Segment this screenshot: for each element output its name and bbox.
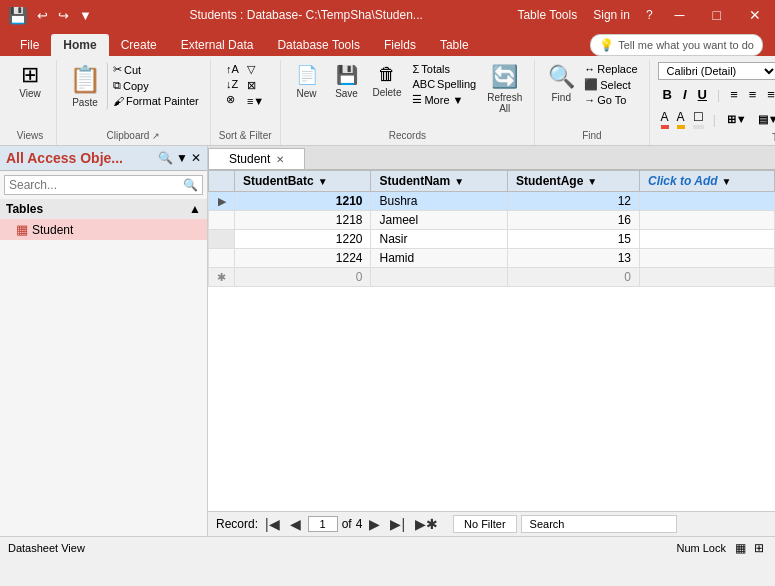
name-cell-1[interactable]: Bushra <box>371 192 507 211</box>
sidebar-close-icon[interactable]: ✕ <box>191 151 201 165</box>
new-batch-cell[interactable]: 0 <box>235 268 371 287</box>
age-cell-2[interactable]: 16 <box>507 211 639 230</box>
filter-button[interactable]: ▽ <box>244 62 267 77</box>
table-row[interactable]: 1218 Jameel 16 <box>209 211 775 230</box>
select-button[interactable]: ⬛ Select <box>581 77 640 92</box>
batch-cell-3[interactable]: 1220 <box>235 230 371 249</box>
goto-button[interactable]: → Go To <box>581 93 640 107</box>
sidebar-search-icon[interactable]: 🔍 <box>158 151 173 165</box>
doc-tab-close-btn[interactable]: ✕ <box>276 154 284 165</box>
age-cell-3[interactable]: 15 <box>507 230 639 249</box>
maximize-btn[interactable]: □ <box>707 5 727 25</box>
extra-cell-2[interactable] <box>639 211 774 230</box>
batch-cell-1[interactable]: 1210 <box>235 192 371 211</box>
search-input[interactable] <box>521 515 677 533</box>
first-record-btn[interactable]: |◀ <box>262 515 283 533</box>
more-button[interactable]: ☰ More ▼ <box>409 92 479 107</box>
last-record-btn[interactable]: ▶| <box>387 515 408 533</box>
italic-button[interactable]: I <box>678 85 692 104</box>
bold-button[interactable]: B <box>658 85 677 104</box>
replace-button[interactable]: ↔ Replace <box>581 62 640 76</box>
remove-sort-button[interactable]: ⊗ <box>223 92 242 107</box>
undo-btn[interactable]: ↩ <box>34 6 51 25</box>
save-record-button[interactable]: 💾 Save <box>329 62 365 101</box>
signin-btn[interactable]: Sign in <box>593 8 630 22</box>
age-cell-4[interactable]: 13 <box>507 249 639 268</box>
qat-dropdown[interactable]: ▼ <box>76 6 95 25</box>
name-cell-4[interactable]: Hamid <box>371 249 507 268</box>
toggle-filter-button[interactable]: ⊠ <box>244 78 267 93</box>
current-record-input[interactable] <box>308 516 338 532</box>
underline-button[interactable]: U <box>693 85 712 104</box>
table-container[interactable]: StudentBatc ▼ StudentNam ▼ <box>208 170 775 511</box>
col-header-click-to-add[interactable]: Click to Add ▼ <box>639 171 774 192</box>
no-filter-btn[interactable]: No Filter <box>453 515 517 533</box>
tab-database-tools[interactable]: Database Tools <box>265 34 372 56</box>
left-align-btn[interactable]: ≡ <box>725 85 743 104</box>
background-color-button[interactable]: ☐ <box>690 109 707 130</box>
prev-record-btn[interactable]: ◀ <box>287 515 304 533</box>
extra-cell-1[interactable] <box>639 192 774 211</box>
col-header-age[interactable]: StudentAge ▼ <box>507 171 639 192</box>
new-record-row[interactable]: ✱ 0 0 <box>209 268 775 287</box>
new-name-cell[interactable] <box>371 268 507 287</box>
right-align-btn[interactable]: ≡ <box>762 85 775 104</box>
spelling-button[interactable]: ABC Spelling <box>409 77 479 91</box>
name-cell-3[interactable]: Nasir <box>371 230 507 249</box>
name-cell-2[interactable]: Jameel <box>371 211 507 230</box>
tab-external-data[interactable]: External Data <box>169 34 266 56</box>
help-btn[interactable]: ? <box>646 8 653 22</box>
tab-create[interactable]: Create <box>109 34 169 56</box>
refresh-all-button[interactable]: 🔄 RefreshAll <box>483 62 526 116</box>
font-color-button[interactable]: A <box>658 109 672 130</box>
minimize-btn[interactable]: ─ <box>669 5 691 25</box>
student-table-item[interactable]: ▦ Student <box>0 219 207 240</box>
save-icon[interactable]: 💾 <box>8 6 28 25</box>
batch-cell-2[interactable]: 1218 <box>235 211 371 230</box>
tab-home[interactable]: Home <box>51 34 108 56</box>
highlight-color-button[interactable]: A <box>674 109 688 130</box>
center-align-btn[interactable]: ≡ <box>744 85 762 104</box>
format-painter-button[interactable]: 🖌 Format Painter <box>110 94 202 108</box>
new-age-cell[interactable]: 0 <box>507 268 639 287</box>
copy-button[interactable]: ⧉ Copy <box>110 78 202 93</box>
table-row[interactable]: 1224 Hamid 13 <box>209 249 775 268</box>
paste-button[interactable]: 📋 Paste <box>65 62 108 110</box>
sort-ascending-button[interactable]: ↑A <box>223 62 242 76</box>
age-cell-1[interactable]: 12 <box>507 192 639 211</box>
datasheet-view-btn[interactable]: ▦ <box>732 540 749 556</box>
tell-me-box[interactable]: 💡 Tell me what you want to do <box>590 34 763 56</box>
close-btn[interactable]: ✕ <box>743 5 767 25</box>
find-button[interactable]: 🔍 Find <box>543 62 579 105</box>
alt-fill-btn[interactable]: ▤▼ <box>753 111 775 128</box>
sidebar-search-input[interactable] <box>9 178 183 192</box>
extra-cell-4[interactable] <box>639 249 774 268</box>
sidebar-menu-icon[interactable]: ▼ <box>176 151 188 165</box>
tab-file[interactable]: File <box>8 34 51 56</box>
next-record-btn[interactable]: ▶ <box>366 515 383 533</box>
delete-record-button[interactable]: 🗑 Delete <box>369 62 406 100</box>
extra-cell-3[interactable] <box>639 230 774 249</box>
sort-descending-button[interactable]: ↓Z <box>223 77 242 91</box>
new-extra-cell[interactable] <box>639 268 774 287</box>
pivot-table-btn[interactable]: ⊞ <box>751 540 767 556</box>
new-record-button[interactable]: 📄 New <box>289 62 325 101</box>
totals-button[interactable]: Σ Totals <box>409 62 479 76</box>
view-button[interactable]: ⊞ View <box>12 62 48 101</box>
redo-btn[interactable]: ↪ <box>55 6 72 25</box>
new-record-nav-btn[interactable]: ▶✱ <box>412 515 441 533</box>
sidebar-search-box[interactable]: 🔍 <box>4 175 203 195</box>
table-row[interactable]: ▶ 1210 Bushra 12 <box>209 192 775 211</box>
batch-cell-4[interactable]: 1224 <box>235 249 371 268</box>
tab-fields[interactable]: Fields <box>372 34 428 56</box>
col-header-batch[interactable]: StudentBatc ▼ <box>235 171 371 192</box>
grid-lines-btn[interactable]: ⊞▼ <box>722 111 752 128</box>
font-family-select[interactable]: Calibri (Detail) <box>658 62 775 80</box>
tab-table[interactable]: Table <box>428 34 481 56</box>
student-doc-tab[interactable]: Student ✕ <box>208 148 305 169</box>
cut-button[interactable]: ✂ Cut <box>110 62 202 77</box>
tables-section-header[interactable]: Tables ▲ <box>0 199 207 219</box>
col-header-name[interactable]: StudentNam ▼ <box>371 171 507 192</box>
table-row[interactable]: 1220 Nasir 15 <box>209 230 775 249</box>
advanced-filter-button[interactable]: ≡▼ <box>244 94 267 108</box>
